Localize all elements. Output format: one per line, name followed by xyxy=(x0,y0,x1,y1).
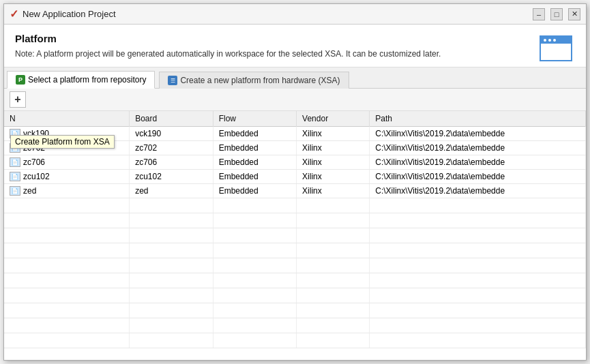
empty-row xyxy=(4,288,586,303)
maximize-button[interactable]: □ xyxy=(550,8,563,20)
tab-create-platform-label: Create a new platform from hardware (XSA… xyxy=(180,76,340,85)
cell-vendor: Xilinx xyxy=(297,141,370,155)
empty-row xyxy=(4,228,586,243)
row-icon: 📄 xyxy=(10,172,20,181)
empty-row xyxy=(4,198,586,213)
main-panel: Platform Note: A platform project will b… xyxy=(4,25,586,360)
cell-flow: Embedded xyxy=(213,184,296,198)
table-row[interactable]: 📄zc706zc706EmbeddedXilinxC:\Xilinx\Vitis… xyxy=(4,155,586,170)
note-text: Note: A platform project will be generat… xyxy=(15,48,441,60)
col-header-path: Path xyxy=(370,111,586,127)
title-bar-controls: – □ ✕ xyxy=(533,8,580,20)
cell-vendor: Xilinx xyxy=(297,155,370,170)
empty-row xyxy=(4,258,586,273)
tooltip-create-platform: Create Platform from XSA xyxy=(10,135,115,149)
empty-row xyxy=(4,303,586,318)
content-area: Platform Note: A platform project will b… xyxy=(4,25,586,360)
name-text: zcu102 xyxy=(23,172,50,181)
cell-flow: Embedded xyxy=(213,170,296,184)
col-header-vendor: Vendor xyxy=(297,111,370,127)
cell-board: zcu102 xyxy=(130,170,213,184)
cell-vendor: Xilinx xyxy=(297,170,370,184)
cell-board: zed xyxy=(130,184,213,198)
main-window: ✓ New Application Project – □ ✕ Platform… xyxy=(3,3,587,361)
minimize-button[interactable]: – xyxy=(533,8,545,20)
cell-board: zc706 xyxy=(130,155,213,170)
col-header-board: Board xyxy=(130,111,213,127)
empty-row xyxy=(4,318,586,333)
dot3 xyxy=(553,39,556,42)
cell-flow: Embedded xyxy=(213,155,296,170)
tabs-bar: P Select a platform from repository ☰ Cr… xyxy=(4,67,586,89)
row-icon: 📄 xyxy=(10,186,20,196)
cell-board: vck190 xyxy=(130,127,213,141)
cell-vendor: Xilinx xyxy=(297,184,370,198)
window-preview-dots xyxy=(541,37,571,44)
col-header-flow: Flow xyxy=(213,111,296,127)
app-icon: ✓ xyxy=(10,7,18,20)
cell-name: 📄zc706 xyxy=(4,155,130,170)
table-row[interactable]: 📄zcu102zcu102EmbeddedXilinxC:\Xilinx\Vit… xyxy=(4,170,586,184)
cell-path: C:\Xilinx\Vitis\2019.2\data\embedde xyxy=(370,170,586,184)
row-icon: 📄 xyxy=(10,157,20,167)
window-title: New Application Project xyxy=(23,9,116,19)
dot1 xyxy=(544,39,546,42)
header-section: Platform Note: A platform project will b… xyxy=(4,25,586,67)
name-text: zed xyxy=(23,186,36,196)
add-button[interactable]: + xyxy=(10,91,26,108)
empty-row xyxy=(4,213,586,228)
cell-board: zc702 xyxy=(130,141,213,155)
col-header-name: N xyxy=(4,111,130,127)
cell-path: C:\Xilinx\Vitis\2019.2\data\embedde xyxy=(370,141,586,155)
tab-select-platform-icon: P xyxy=(16,75,25,85)
cell-flow: Embedded xyxy=(213,127,296,141)
tab-select-platform-label: Select a platform from repository xyxy=(28,75,146,85)
name-text: zc706 xyxy=(23,157,45,167)
empty-row xyxy=(4,243,586,258)
cell-name: 📄zcu102 xyxy=(4,170,130,184)
tab-create-platform[interactable]: ☰ Create a new platform from hardware (X… xyxy=(159,72,349,89)
cell-path: C:\Xilinx\Vitis\2019.2\data\embedde xyxy=(370,127,586,141)
table-row[interactable]: 📄zedzedEmbeddedXilinxC:\Xilinx\Vitis\201… xyxy=(4,184,586,198)
dot2 xyxy=(548,39,551,42)
toolbar: + xyxy=(4,89,586,111)
cell-name: 📄zed xyxy=(4,184,130,198)
empty-row xyxy=(4,273,586,288)
cell-flow: Embedded xyxy=(213,141,296,155)
tab-select-platform[interactable]: P Select a platform from repository xyxy=(7,71,155,89)
tab-create-platform-icon: ☰ xyxy=(168,76,177,85)
title-bar: ✓ New Application Project – □ ✕ xyxy=(4,4,586,25)
cell-path: C:\Xilinx\Vitis\2019.2\data\embedde xyxy=(370,184,586,198)
cell-path: C:\Xilinx\Vitis\2019.2\data\embedde xyxy=(370,155,586,170)
empty-row xyxy=(4,333,586,348)
title-bar-left: ✓ New Application Project xyxy=(10,7,116,20)
close-button[interactable]: ✕ xyxy=(568,8,580,20)
table-header-row: N Board Flow Vendor Path xyxy=(4,111,586,127)
cell-vendor: Xilinx xyxy=(297,127,370,141)
window-preview-icon xyxy=(540,35,572,61)
section-title: Platform xyxy=(15,33,441,44)
